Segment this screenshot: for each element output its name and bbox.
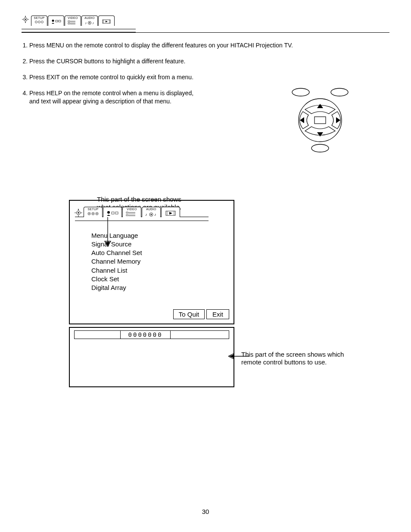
- tab-blank-1: [48, 16, 64, 26]
- video-sliders-icon: [126, 212, 138, 217]
- svg-point-51: [93, 213, 93, 214]
- tv-status-box: 0000000: [69, 327, 234, 387]
- svg-point-53: [107, 211, 110, 214]
- channel-strip-digits: 0000000: [120, 330, 171, 339]
- channel-strip-left: [74, 330, 120, 339]
- step-4: Press HELP on the remote control when a …: [29, 89, 389, 157]
- tab-blank-2: [98, 16, 115, 26]
- svg-rect-12: [56, 20, 58, 22]
- step-text: Press MENU on the remote control to disp…: [29, 42, 293, 49]
- svg-marker-33: [317, 132, 323, 137]
- svg-rect-36: [314, 117, 326, 124]
- svg-point-8: [35, 21, 37, 23]
- svg-point-11: [52, 20, 54, 22]
- svg-point-28: [292, 88, 309, 96]
- tab-audio: AUDIO ♪♪: [81, 16, 98, 26]
- setup-circles-icon: [34, 20, 44, 24]
- step-text: Press the CURSOR buttons to highlight a …: [29, 58, 185, 65]
- step-text-line: Press HELP on the remote control when a …: [29, 90, 193, 96]
- audio-notes-icon: ♪♪: [145, 212, 158, 218]
- film-icon: [165, 210, 176, 216]
- person-icon: [51, 19, 61, 24]
- audio-notes-icon: ♪♪: [84, 20, 95, 25]
- svg-text:♪: ♪: [92, 21, 94, 25]
- svg-rect-59: [126, 215, 128, 216]
- inner-tab-underline: [75, 217, 209, 221]
- svg-point-1: [25, 19, 26, 20]
- svg-point-30: [311, 144, 329, 152]
- tab-video: VIDEO: [65, 16, 81, 26]
- svg-marker-7: [25, 22, 26, 23]
- svg-marker-32: [317, 104, 323, 108]
- svg-text:♪: ♪: [85, 21, 87, 25]
- svg-point-9: [38, 21, 40, 23]
- svg-text:♪: ♪: [145, 212, 147, 217]
- quit-exit-bar: To Quit Exit: [74, 309, 229, 319]
- tab-blank-2: [161, 207, 180, 217]
- svg-point-64: [151, 214, 152, 215]
- video-sliders-icon: [68, 20, 78, 25]
- page-number: 30: [22, 508, 389, 515]
- annotation-line: remote control buttons to use.: [241, 358, 327, 366]
- svg-point-10: [41, 21, 44, 23]
- tab-setup: SETUP: [84, 207, 103, 217]
- tab-label: SETUP: [34, 16, 45, 19]
- tab-blank-1: [103, 207, 122, 217]
- tab-label: VIDEO: [127, 208, 137, 211]
- step-1: Press MENU on the remote control to disp…: [29, 41, 389, 50]
- svg-rect-55: [115, 212, 118, 214]
- svg-text:♪: ♪: [154, 212, 156, 217]
- annotation-right: This part of the screen shows which remo…: [241, 351, 371, 367]
- remote-dpad-diagram: [279, 86, 361, 157]
- steps-list: Press MENU on the remote control to disp…: [22, 41, 389, 157]
- svg-marker-46: [78, 208, 79, 209]
- channel-strip: 0000000: [74, 330, 229, 339]
- person-icon: [106, 210, 119, 216]
- svg-rect-17: [68, 23, 70, 24]
- tab-video: VIDEO: [122, 207, 141, 217]
- setup-circles-icon: [87, 212, 99, 216]
- svg-point-50: [89, 213, 90, 214]
- target-icon: [22, 16, 29, 23]
- svg-rect-13: [59, 20, 61, 22]
- tv-screen-diagram: This part of the screen shows what selec…: [69, 200, 392, 388]
- tab-audio: AUDIO ♪♪: [142, 207, 161, 217]
- to-quit-label: To Quit: [173, 309, 205, 319]
- svg-rect-56: [126, 212, 128, 213]
- tv-menu-box: SETUP VIDEO: [69, 200, 234, 325]
- svg-marker-34: [300, 117, 304, 123]
- svg-rect-54: [112, 212, 114, 214]
- svg-marker-27: [106, 21, 108, 22]
- channel-strip-right: [171, 330, 229, 339]
- exit-label: Exit: [206, 309, 229, 319]
- target-icon: [74, 208, 83, 217]
- svg-rect-14: [68, 21, 70, 22]
- top-tab-underline: [22, 29, 136, 32]
- svg-point-41: [78, 212, 79, 213]
- step-text-line: and text will appear giving a descriptio…: [29, 98, 171, 105]
- svg-marker-35: [336, 117, 340, 123]
- svg-point-22: [89, 22, 90, 23]
- tab-label: VIDEO: [68, 16, 78, 19]
- step-text: Press EXIT on the remote control to quic…: [29, 74, 193, 81]
- tab-label: AUDIO: [146, 208, 156, 211]
- svg-point-29: [331, 88, 348, 96]
- svg-point-52: [97, 213, 97, 214]
- svg-marker-6: [25, 16, 26, 17]
- step-3: Press EXIT on the remote control to quic…: [29, 73, 389, 81]
- annotation-line: This part of the screen shows which: [241, 351, 344, 358]
- step-2: Press the CURSOR buttons to highlight a …: [29, 57, 389, 65]
- tab-label: SETUP: [88, 208, 99, 211]
- tab-label: AUDIO: [84, 16, 95, 19]
- tab-setup: SETUP: [31, 16, 47, 26]
- setup-menu-list: Menu Language Signal Source Auto Channel…: [91, 231, 229, 292]
- top-tab-strip: SETUP VIDEO AUDIO ♪♪: [22, 13, 389, 26]
- svg-marker-69: [169, 212, 172, 215]
- horizontal-rule: [22, 32, 389, 33]
- film-icon: [102, 19, 111, 24]
